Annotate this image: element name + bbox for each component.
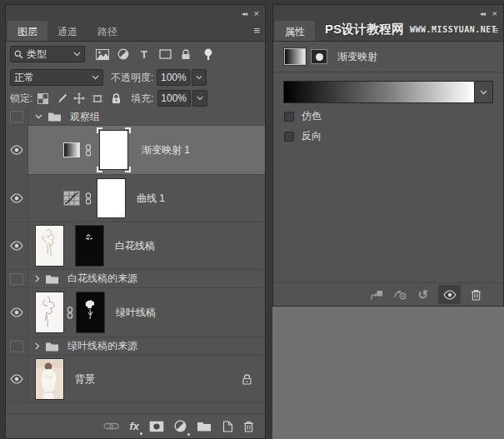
close-panel-icon[interactable]: × bbox=[254, 9, 259, 18]
add-mask-button[interactable] bbox=[149, 421, 164, 432]
layer-style-button[interactable]: fx bbox=[129, 421, 139, 432]
gradient-map-badge-icon[interactable] bbox=[284, 48, 306, 65]
layer-row-white-flower[interactable]: 白花线稿 bbox=[6, 222, 265, 270]
delete-adjustment-button[interactable] bbox=[471, 289, 482, 301]
collapse-panel-icon[interactable]: ◂◂ bbox=[480, 11, 485, 17]
dither-label: 仿色 bbox=[302, 109, 322, 123]
opacity-value[interactable]: 100% bbox=[157, 69, 190, 86]
layer-name: 曲线 1 bbox=[137, 192, 165, 206]
layers-panel-header: ◂◂ × 图层 通道 路径 ≡ bbox=[6, 5, 265, 42]
opacity-dropdown-button[interactable] bbox=[192, 69, 207, 86]
filter-kind-dropdown[interactable]: 类型 bbox=[10, 46, 85, 62]
lock-transparent-pixels-button[interactable] bbox=[36, 90, 49, 107]
layer-mask-thumbnail[interactable] bbox=[97, 178, 126, 218]
reset-button[interactable]: ↺ bbox=[417, 288, 428, 301]
tab-layers[interactable]: 图层 bbox=[7, 21, 47, 41]
eye-icon bbox=[443, 290, 457, 300]
collapse-panel-icon[interactable]: ◂◂ bbox=[242, 11, 247, 17]
filter-type-layers-button[interactable]: T bbox=[136, 46, 152, 62]
layer-row-group[interactable]: 绿叶线稿的来源 bbox=[6, 337, 265, 356]
clip-icon bbox=[370, 290, 383, 300]
layers-bottom-toolbar: fx bbox=[6, 413, 265, 438]
view-previous-state-button[interactable] bbox=[393, 290, 407, 300]
lock-position-button[interactable] bbox=[72, 90, 86, 107]
layer-thumbnail[interactable] bbox=[35, 225, 64, 267]
properties-bottom-toolbar: ↺ bbox=[273, 282, 503, 306]
panel-menu-icon[interactable]: ≡ bbox=[492, 24, 498, 37]
layer-mask-thumbnail[interactable] bbox=[75, 225, 104, 267]
new-layer-button[interactable] bbox=[222, 421, 233, 432]
tab-paths[interactable]: 路径 bbox=[87, 21, 127, 41]
gradient-dropdown-button[interactable] bbox=[474, 82, 492, 102]
filter-smart-objects-button[interactable] bbox=[177, 46, 194, 62]
tab-properties[interactable]: 属性 bbox=[275, 21, 315, 41]
adjustment-circle-icon bbox=[174, 420, 187, 432]
chevron-right-icon[interactable] bbox=[35, 275, 40, 282]
gradient-picker-dropdown[interactable] bbox=[283, 81, 493, 103]
opacity-label: 不透明度: bbox=[111, 71, 153, 85]
fill-dropdown-button[interactable] bbox=[192, 90, 207, 107]
blend-row: 正常 不透明度: 100% bbox=[6, 67, 265, 88]
layer-row-background[interactable]: 背景 bbox=[6, 356, 265, 403]
new-adjustment-layer-button[interactable] bbox=[174, 420, 187, 432]
new-group-button[interactable] bbox=[197, 421, 212, 432]
search-icon bbox=[14, 50, 23, 59]
fill-value[interactable]: 100% bbox=[157, 90, 191, 107]
close-panel-icon[interactable]: × bbox=[492, 9, 497, 18]
folder-icon bbox=[47, 112, 62, 122]
filter-pixel-layers-button[interactable] bbox=[94, 46, 111, 62]
chain-icon bbox=[103, 422, 119, 430]
layer-thumbnail[interactable] bbox=[35, 292, 64, 333]
layer-row-group[interactable]: 观察组 bbox=[6, 108, 265, 126]
gradient-preview[interactable] bbox=[284, 82, 474, 102]
reset-icon: ↺ bbox=[417, 288, 428, 301]
blend-mode-value: 正常 bbox=[14, 71, 92, 85]
chevron-right-icon[interactable] bbox=[35, 342, 40, 350]
tab-channels[interactable]: 通道 bbox=[47, 21, 87, 41]
panel-menu-icon[interactable]: ≡ bbox=[253, 24, 260, 37]
dither-checkbox[interactable] bbox=[284, 112, 294, 122]
reverse-option: 反向 bbox=[273, 129, 503, 143]
eye-off-well bbox=[10, 111, 23, 122]
layer-name: 白花线稿 bbox=[115, 239, 155, 253]
layer-thumbnail[interactable] bbox=[35, 358, 64, 400]
watermark-cn: PS设计教程网 bbox=[325, 22, 404, 37]
type-icon: T bbox=[141, 48, 147, 61]
gradient-map-thumbnail[interactable] bbox=[63, 142, 80, 157]
layer-mask-thumbnail[interactable] bbox=[97, 127, 131, 172]
visibility-toggle[interactable] bbox=[6, 126, 28, 174]
reverse-checkbox[interactable] bbox=[284, 132, 294, 142]
filter-toggle-switch[interactable] bbox=[200, 46, 217, 62]
visibility-toggle[interactable] bbox=[6, 270, 28, 287]
visibility-toggle[interactable] bbox=[6, 356, 28, 402]
mask-badge-icon[interactable] bbox=[311, 49, 327, 64]
visibility-toggle[interactable] bbox=[6, 288, 28, 337]
curves-thumbnail[interactable] bbox=[63, 191, 80, 206]
clip-to-layer-button[interactable] bbox=[370, 290, 383, 300]
delete-layer-button[interactable] bbox=[243, 421, 254, 432]
layer-mask-thumbnail[interactable] bbox=[76, 292, 105, 333]
blend-mode-dropdown[interactable]: 正常 bbox=[10, 69, 103, 86]
layer-row-group[interactable]: 白花线稿的来源 bbox=[6, 270, 265, 288]
reverse-label: 反向 bbox=[302, 129, 322, 143]
eye-icon bbox=[10, 145, 23, 155]
layer-row-gradient-map[interactable]: 渐变映射 1 bbox=[6, 126, 265, 175]
layer-row-curves[interactable]: 曲线 1 bbox=[6, 175, 265, 222]
visibility-toggle[interactable] bbox=[6, 175, 28, 222]
properties-panel-header: ◂◂ × 属性 PS设计教程网 WWW.MISSYUAN.NET ≡ bbox=[273, 5, 503, 42]
eye-off-well bbox=[10, 273, 23, 285]
lock-all-button[interactable] bbox=[109, 90, 122, 107]
filter-shape-layers-button[interactable] bbox=[157, 46, 173, 62]
chevron-down-icon[interactable] bbox=[35, 114, 42, 119]
visibility-toggle[interactable] bbox=[6, 108, 28, 125]
filter-adjustment-layers-button[interactable] bbox=[115, 46, 132, 62]
visibility-toggle[interactable] bbox=[6, 222, 28, 269]
lock-image-pixels-button[interactable] bbox=[54, 90, 67, 107]
lock-artboard-button[interactable] bbox=[91, 90, 104, 107]
link-layers-button[interactable] bbox=[103, 422, 119, 430]
watermark: PS设计教程网 WWW.MISSYUAN.NET bbox=[325, 22, 497, 37]
chevron-down-icon bbox=[73, 52, 81, 57]
visibility-toggle[interactable] bbox=[6, 337, 28, 355]
layer-row-green-leaf[interactable]: 绿叶线稿 bbox=[6, 288, 265, 337]
toggle-visibility-button[interactable] bbox=[438, 285, 461, 304]
